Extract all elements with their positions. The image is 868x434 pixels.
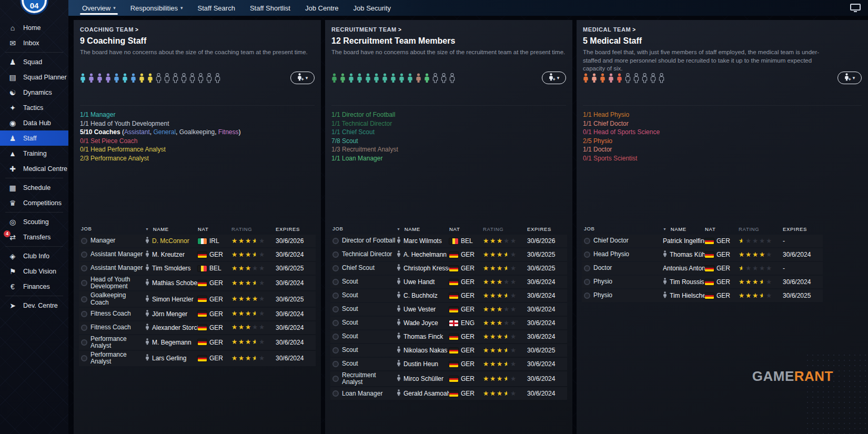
job-label: Assistant Manager <box>90 251 143 258</box>
sidebar-item-training[interactable]: ▲Training <box>0 146 68 161</box>
sidebar-item-schedule[interactable]: ▦Schedule <box>0 180 68 195</box>
add-staff-dropdown-button[interactable]: +▾ <box>542 72 566 84</box>
col-header-rating[interactable]: RATING <box>231 226 276 232</box>
role-summary-line[interactable]: 1/1 Technical Director <box>331 119 566 128</box>
staff-row[interactable]: Director of Football Marc Wilmots BEL ★★… <box>330 235 567 247</box>
staff-row[interactable]: Assistant Manager Tim Smolders BEL ★★★★★… <box>79 262 316 275</box>
nat-code: GER <box>461 251 475 258</box>
nat-code: GER <box>461 347 475 354</box>
role-summary-line[interactable]: 5/10 Coaches (Assistant, General, Goalke… <box>80 128 315 137</box>
col-header-nat[interactable]: NAT <box>198 226 231 232</box>
recruitment-team-link[interactable]: RECRUITMENT TEAM > <box>331 26 401 33</box>
staff-row[interactable]: Performance Analyst Lars Gerling GER ★★★… <box>79 351 316 366</box>
staff-row[interactable]: Head of Youth Development Mathias Schobe… <box>79 276 316 290</box>
staff-row[interactable]: Fitness Coach Jörn Menger GER ★★★★★★★★★★… <box>79 308 316 320</box>
role-summary-line[interactable]: 1/1 Director of Football <box>331 110 566 119</box>
role-summary-line[interactable]: 0/1 Head of Sports Science <box>583 128 862 137</box>
staff-row[interactable]: Scout Thomas Finck GER ★★★★★★★★★★ 30/6/2… <box>330 330 567 343</box>
sidebar-item-dynamics[interactable]: ☯Dynamics <box>0 85 68 100</box>
tab-job-security[interactable]: Job Security <box>346 0 399 16</box>
col-header-expires[interactable]: EXPIRES <box>783 226 821 232</box>
role-summary-line[interactable]: 1/1 Chief Scout <box>331 128 566 137</box>
monitor-icon[interactable] <box>850 4 861 11</box>
staff-row[interactable]: Loan Manager Gerald Asamoah GER ★★★★★★★★… <box>330 387 567 400</box>
col-header-rating[interactable]: RATING <box>739 226 783 232</box>
sidebar-item-competitions[interactable]: ♛Competitions <box>0 195 68 210</box>
sidebar-item-squad[interactable]: ♟Squad <box>0 54 68 69</box>
role-summary-line[interactable]: 1/1 Head Physio <box>583 110 862 119</box>
col-header-expires[interactable]: EXPIRES <box>527 226 565 232</box>
col-header-expires[interactable]: EXPIRES <box>276 226 314 232</box>
club-logo[interactable]: 04 <box>20 0 48 15</box>
staff-row[interactable]: Physio Tim Hielscher GER ★★★★★★★★★★ 30/6… <box>582 289 823 302</box>
staff-row[interactable]: Technical Director A. Hechelmann GER ★★★… <box>330 248 567 261</box>
sidebar-item-scouting[interactable]: ◎Scouting <box>0 214 68 229</box>
tab-overview[interactable]: Overview▾ <box>75 0 123 16</box>
sidebar-item-transfers[interactable]: ⇄4Transfers <box>0 229 68 245</box>
staff-row[interactable]: Scout Dustin Heun GER ★★★★★★★★★★ 30/6/20… <box>330 358 567 370</box>
tab-staff-shortlist[interactable]: Staff Shortlist <box>243 0 298 16</box>
coaching-team-link[interactable]: COACHING TEAM > <box>80 26 138 33</box>
staff-row[interactable]: Chief Scout Christoph Kresse GER ★★★★★★★… <box>330 262 567 275</box>
staff-row[interactable]: Assistant Manager M. Kreutzer GER ★★★★★★… <box>79 248 316 261</box>
col-header-name[interactable]: ▼NAME <box>663 226 705 232</box>
col-header-name[interactable]: ▼NAME <box>145 226 198 232</box>
sidebar-item-inbox[interactable]: ✉Inbox <box>0 35 68 51</box>
sidebar-item-data-hub[interactable]: ◉Data Hub <box>0 115 68 130</box>
sidebar-item-dev-centre[interactable]: ➤Dev. Centre <box>0 298 68 313</box>
col-header-rating[interactable]: RATING <box>483 226 527 232</box>
star-icon: ★★ <box>245 280 252 287</box>
tab-responsibilities[interactable]: Responsibilities▾ <box>123 0 190 16</box>
col-header-name[interactable]: ▼NAME <box>397 226 449 232</box>
col-header-job[interactable]: JOB <box>81 226 145 231</box>
sidebar-item-club-vision[interactable]: ⚑Club Vision <box>0 264 68 279</box>
add-staff-dropdown-button[interactable]: +▾ <box>837 72 862 84</box>
medical-team-link[interactable]: MEDICAL TEAM > <box>583 26 636 33</box>
staff-row[interactable]: Chief Doctor Patrick Ingelfinger GER ★★★… <box>582 235 823 247</box>
tab-staff-search[interactable]: Staff Search <box>190 0 243 16</box>
sidebar-item-club-info[interactable]: ◈Club Info <box>0 248 68 264</box>
sidebar-item-tactics[interactable]: ✦Tactics <box>0 100 68 115</box>
staff-row[interactable]: Scout C. Buchholz GER ★★★★★★★★★★ 30/6/20… <box>330 289 567 302</box>
role-summary-line[interactable]: 1/1 Manager <box>80 110 315 119</box>
staff-row[interactable]: Scout Nikolaos Nakas GER ★★★★★★★★★★ 30/6… <box>330 344 567 357</box>
tab-job-centre[interactable]: Job Centre <box>298 0 346 16</box>
sidebar-item-squad-planner[interactable]: ▤Squad Planner <box>0 69 68 85</box>
staff-row[interactable]: Head Physio Thomas Kühn GER ★★★★★★★★★★ 3… <box>582 248 823 261</box>
staff-row[interactable]: Manager D. McConnor IRL ★★★★★★★★★★ 30/6/… <box>79 235 316 247</box>
role-summary-line[interactable]: 1/3 Recruitment Analyst <box>331 145 566 154</box>
staff-row[interactable]: Doctor Antonius Antoniadis GER ★★★★★★★★★… <box>582 262 823 275</box>
staff-row[interactable]: Scout Wade Joyce ENG ★★★★★★★★★★ 30/6/202… <box>330 317 567 329</box>
staff-row[interactable]: Recruitment Analyst Mirco Schüller GER ★… <box>330 371 567 386</box>
role-summary-line[interactable]: 0/1 Head Performance Analyst <box>80 145 315 154</box>
col-header-nat[interactable]: NAT <box>449 226 483 232</box>
contract-expiry: 30/6/2024 <box>276 339 314 346</box>
col-header-job[interactable]: JOB <box>332 226 397 231</box>
role-summary-line[interactable]: 1/1 Chief Doctor <box>583 119 862 128</box>
col-header-job[interactable]: JOB <box>584 226 663 231</box>
role-summary-line[interactable]: 0/1 Set Piece Coach <box>80 137 315 146</box>
sidebar-item-home[interactable]: ⌂Home <box>0 20 68 35</box>
role-summary-line[interactable]: 1/1 Doctor <box>583 145 862 154</box>
sidebar-item-staff[interactable]: ♟Staff <box>0 130 68 146</box>
sidebar-item-medical-centre[interactable]: ✚Medical Centre <box>0 161 68 176</box>
role-summary-line[interactable]: 2/3 Performance Analyst <box>80 154 315 163</box>
star-icon: ★★ <box>497 390 503 397</box>
staff-row[interactable]: Performance Analyst M. Begemann GER ★★★★… <box>79 335 316 350</box>
col-header-nat[interactable]: NAT <box>705 226 739 232</box>
person-icon <box>145 354 149 362</box>
role-summary-line[interactable]: 0/1 Sports Scientist <box>583 154 862 163</box>
sidebar-item-finances[interactable]: €Finances <box>0 279 68 294</box>
staff-row[interactable]: Physio Tim Roussis GER ★★★★★★★★★★ 30/6/2… <box>582 276 823 288</box>
flag-bel-icon <box>198 266 207 271</box>
role-summary-line[interactable]: 1/1 Loan Manager <box>331 154 566 163</box>
staff-row[interactable]: Goalkeeping Coach Simon Henzler GER ★★★★… <box>79 291 316 306</box>
staff-row[interactable]: Scout Uwe Vester GER ★★★★★★★★★★ 30/6/202… <box>330 303 567 316</box>
role-summary-line[interactable]: 1/1 Head of Youth Development <box>80 119 315 128</box>
role-summary-line[interactable]: 7/8 Scout <box>331 137 566 146</box>
staff-name: Lars Gerling <box>152 355 186 362</box>
role-summary-line[interactable]: 2/5 Physio <box>583 137 862 146</box>
staff-row[interactable]: Fitness Coach Alexander Storck GER ★★★★★… <box>79 321 316 334</box>
add-staff-dropdown-button[interactable]: +▾ <box>290 72 315 84</box>
staff-row[interactable]: Scout Uwe Handt GER ★★★★★★★★★★ 30/6/2024 <box>330 276 567 288</box>
